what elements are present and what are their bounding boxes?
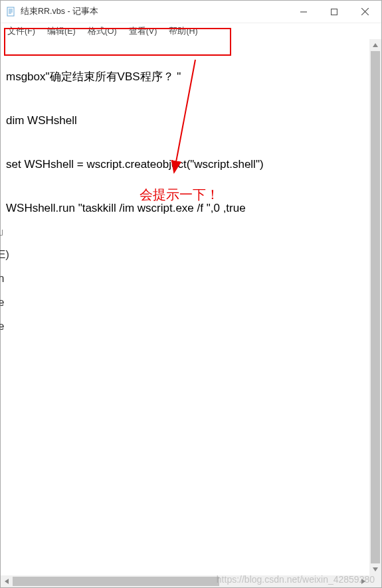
menubar: 文件(F) 编辑(E) 格式(O) 查看(V) 帮助(H)	[1, 23, 381, 39]
code-line: dim WSHshell	[6, 113, 364, 128]
scroll-left-button[interactable]	[1, 575, 13, 587]
app-icon	[6, 7, 17, 17]
notepad-window: 结束RR.vbs - 记事本 文件(F) 编辑(E) 格式(O) 查看(V) 帮…	[0, 0, 382, 588]
close-button[interactable]	[349, 2, 380, 22]
maximize-button[interactable]	[319, 2, 349, 22]
code-line: msgbox"确定结束所有VBS程序？ "	[6, 70, 364, 84]
window-title: 结束RR.vbs - 记事本	[21, 6, 288, 17]
scroll-track[interactable]	[369, 51, 381, 563]
minimize-button[interactable]	[288, 2, 319, 22]
menu-format[interactable]: 格式(O)	[85, 25, 120, 38]
menu-view[interactable]: 查看(V)	[126, 25, 160, 38]
code-line: set WSHshell = wscript.createobject("wsc…	[6, 157, 364, 172]
code-line: WSHshell.run "taskkill /im wscript.exe /…	[6, 201, 364, 216]
editor-area: msgbox"确定结束所有VBS程序？ " dim WSHshell set W…	[1, 39, 381, 587]
titlebar[interactable]: 结束RR.vbs - 记事本	[1, 1, 381, 23]
svg-marker-11	[5, 579, 9, 584]
window-controls	[288, 2, 380, 22]
vertical-scrollbar[interactable]	[369, 39, 381, 575]
menu-file[interactable]: 文件(F)	[5, 25, 38, 38]
svg-rect-6	[332, 9, 337, 15]
svg-marker-9	[373, 43, 378, 47]
scroll-thumb[interactable]	[13, 577, 219, 586]
menu-edit[interactable]: 编辑(E)	[45, 25, 78, 38]
menu-help[interactable]: 帮助(H)	[166, 25, 200, 38]
svg-marker-10	[373, 567, 378, 571]
watermark-text: https://blog.csdn.net/weixin_42859280	[217, 574, 375, 585]
scroll-thumb[interactable]	[371, 51, 380, 563]
text-editor[interactable]: msgbox"确定结束所有VBS程序？ " dim WSHshell set W…	[1, 39, 369, 575]
scroll-up-button[interactable]	[369, 39, 381, 51]
